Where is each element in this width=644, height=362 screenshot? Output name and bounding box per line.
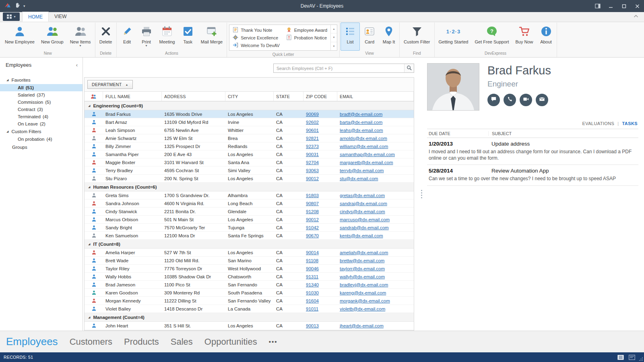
email-link[interactable]: arnolds@dx-email.com: [340, 136, 387, 141]
task-button[interactable]: Task: [178, 23, 198, 51]
welcome-to-devav-item[interactable]: Welcome To DevAV: [231, 41, 281, 49]
application-menu-button[interactable]: ▾: [3, 12, 20, 21]
zip-link[interactable]: 91604: [306, 298, 319, 303]
list-button[interactable]: List: [341, 23, 360, 51]
email-link[interactable]: marcuso@dx-email.com: [340, 217, 390, 222]
new-employee-button[interactable]: New Employee: [2, 23, 38, 51]
employee-row[interactable]: Taylor Riley7776 Torreyson DrWest Hollyw…: [85, 265, 414, 273]
zip-link[interactable]: 92821: [306, 136, 319, 141]
email-link[interactable]: cindys@dx-email.com: [340, 209, 385, 214]
zip-link[interactable]: 93063: [306, 168, 319, 173]
nav-item-sales[interactable]: Sales: [171, 337, 193, 347]
email-link[interactable]: wallyh@dx-email.com: [340, 274, 385, 279]
employee-row[interactable]: Cindy Stanwick2211 Bonita Dr.GlendaleCA9…: [85, 208, 414, 216]
minimize-button[interactable]: [604, 0, 617, 12]
employee-row[interactable]: Sandy Bright7570 McGroarty TerTujungaCA9…: [85, 224, 414, 232]
column-header-zip-code[interactable]: ZIP CODE: [303, 92, 337, 101]
email-link[interactable]: stu@dx-email.com: [340, 176, 378, 181]
zip-link[interactable]: 91030: [306, 290, 319, 295]
zip-link[interactable]: 90014: [306, 250, 319, 255]
email-link[interactable]: williamz@dx-email.com: [340, 144, 388, 149]
zip-link[interactable]: 90013: [306, 323, 319, 328]
zip-link[interactable]: 92373: [306, 144, 319, 149]
zip-link[interactable]: 90601: [306, 128, 319, 133]
employee-row[interactable]: Samantha Piper200 E Ave 43Los AngelesCA9…: [85, 150, 414, 158]
email-link[interactable]: sandrab@dx-email.com: [340, 225, 389, 230]
mail-button[interactable]: [536, 94, 548, 106]
email-link[interactable]: sandraj@dx-email.com: [340, 201, 387, 206]
zip-link[interactable]: 92704: [306, 160, 319, 165]
due-date-column-header[interactable]: DUE DATE: [427, 131, 488, 136]
maximize-button[interactable]: [617, 0, 631, 12]
email-link[interactable]: terryb@dx-email.com: [340, 168, 384, 173]
employee-row[interactable]: Sandra Johnson4600 N Virginia Rd.Long Be…: [85, 200, 414, 208]
gallery-down-button[interactable]: ▾: [331, 33, 337, 42]
sidebar-item-groups[interactable]: Groups: [0, 143, 83, 152]
zip-link[interactable]: 91340: [306, 282, 319, 287]
employee-row[interactable]: Brett Wade1120 Old Mill Rd.San MarinoCA9…: [85, 257, 414, 265]
tab-view[interactable]: VIEW: [49, 12, 72, 22]
zip-link[interactable]: 90807: [306, 201, 319, 206]
getting-started-button[interactable]: 1·2·3Getting Started: [436, 23, 472, 51]
zip-link[interactable]: 91011: [306, 306, 318, 311]
collapse-ribbon-button[interactable]: [634, 12, 644, 22]
gallery-expand-button[interactable]: ▾: [331, 42, 337, 50]
buy-now-button[interactable]: Buy Now: [512, 23, 537, 51]
email-link[interactable]: violetb@dx-email.com: [340, 306, 385, 311]
search-button[interactable]: [404, 64, 414, 72]
task-item[interactable]: 1/20/2013Update addressI moved and I nee…: [427, 138, 638, 165]
employee-row[interactable]: Billy Zimmer1325 Prospect DrRedlandsCA92…: [85, 142, 414, 150]
group-row-it-count-8[interactable]: ◢IT (Count=8): [85, 240, 414, 249]
zip-link[interactable]: 90031: [306, 152, 319, 157]
sidebar-item-terminated[interactable]: Terminated(4): [0, 113, 83, 120]
group-row-human-resources-count-6[interactable]: ◢Human Resources (Count=6): [85, 183, 414, 191]
card-view-toggle-icon[interactable]: [626, 352, 638, 362]
get-free-support-button[interactable]: ?Get Free Support: [472, 23, 512, 51]
thank-you-note-item[interactable]: Thank You Note: [231, 26, 281, 34]
employee-row[interactable]: Bart Arnaz13109 Old Myford RdIrvineCA926…: [85, 118, 414, 126]
zip-link[interactable]: 90046: [306, 266, 319, 271]
column-header-address[interactable]: ADDRESS: [162, 92, 225, 101]
email-link[interactable]: bradf@dx-email.com: [340, 112, 382, 117]
employee-row[interactable]: Brad Jameson1100 Pico StSan FernandoCA91…: [85, 281, 414, 289]
group-by-department-button[interactable]: DEPARTMENT ▲: [87, 80, 133, 89]
close-button[interactable]: [631, 0, 644, 12]
zip-link[interactable]: 90069: [306, 112, 319, 117]
employee-row[interactable]: Stu Pizaro200 N. Spring StLos AngelesCA9…: [85, 175, 414, 183]
email-link[interactable]: samanthap@dx-email.com: [340, 152, 395, 157]
collapse-sidebar-button[interactable]: ‹: [76, 62, 78, 68]
zip-link[interactable]: 90012: [306, 217, 319, 222]
employee-row[interactable]: John Heart351 S Hill St.Los AngelesCA900…: [85, 322, 414, 330]
sidebar-item-contract[interactable]: Contract(3): [0, 106, 83, 113]
panel-toggle-button[interactable]: [591, 0, 604, 12]
new-items-button[interactable]: New Items▾: [67, 23, 94, 51]
sidebar-group-custom-filters[interactable]: ◢Custom Filters: [0, 128, 83, 136]
email-link[interactable]: jheart@dx-email.com: [340, 323, 384, 328]
email-link[interactable]: kents@dx-email.com: [340, 233, 383, 238]
nav-item-more[interactable]: •••: [269, 338, 278, 345]
employee-row[interactable]: Wally Hobbs10385 Shadow Oak DrChatsworth…: [85, 273, 414, 281]
zip-link[interactable]: 90670: [306, 233, 319, 238]
email-link[interactable]: barta@dx-email.com: [340, 120, 382, 125]
new-group-button[interactable]: New Group: [38, 23, 67, 51]
employee-award-item[interactable]: Employee Award: [285, 26, 329, 34]
tab-home[interactable]: HOME: [22, 12, 49, 22]
employee-row[interactable]: Brad Farkus1635 Woods DriveLos AngelesCA…: [85, 110, 414, 118]
employee-row[interactable]: Maggie Boxter3101 W Harvard StSanta AnaC…: [85, 158, 414, 167]
search-input[interactable]: [274, 64, 404, 72]
about-button[interactable]: About: [537, 23, 556, 51]
mail-merge-button[interactable]: Mail Merge: [198, 23, 226, 51]
map-it-button[interactable]: Map It: [379, 23, 398, 51]
status-column-header[interactable]: [85, 92, 103, 101]
chat-button[interactable]: [487, 94, 500, 106]
sidebar-item-on-probation[interactable]: On probation(4): [0, 136, 83, 143]
email-link[interactable]: kareng@dx-email.com: [340, 290, 386, 295]
email-link[interactable]: ameliah@dx-email.com: [340, 250, 388, 255]
probation-notice-item[interactable]: Probation Notice: [285, 34, 329, 41]
video-button[interactable]: [520, 94, 532, 106]
employee-row[interactable]: Violet Bailey1418 Descanso DrLa CanadaCA…: [85, 305, 414, 313]
column-header-state[interactable]: STATE: [274, 92, 303, 101]
zip-link[interactable]: 91208: [306, 209, 319, 214]
touch-mode-icon[interactable]: [15, 2, 20, 10]
email-link[interactable]: taylorr@dx-email.com: [340, 266, 385, 271]
